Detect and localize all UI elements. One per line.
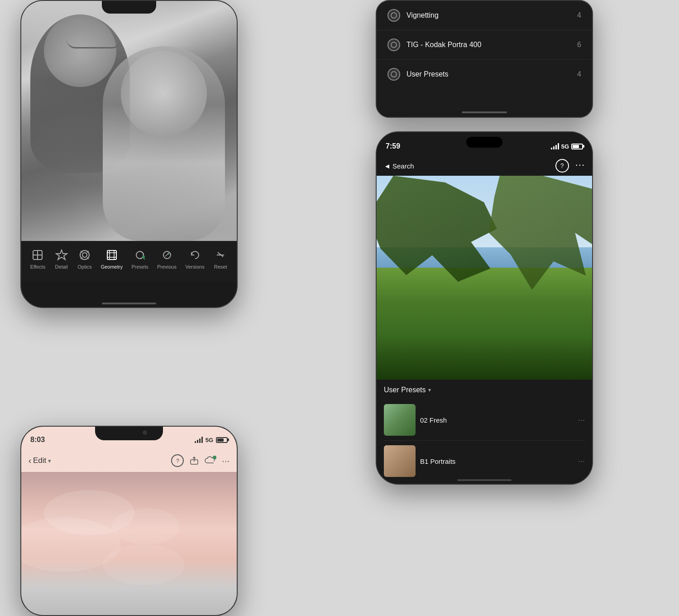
phone-nature-presets: 7:59 5G ◄ Search ? ··· [376, 131, 593, 485]
back-button-3[interactable]: ‹ Edit ▾ [29, 456, 51, 466]
top-bar-actions: ? ··· [171, 454, 230, 467]
presets-header-label: User Presets [384, 386, 426, 394]
optics-label: Optics [78, 264, 92, 270]
back-chevron: ‹ [29, 456, 31, 466]
top-bar-3: ‹ Edit ▾ ? ··· [21, 449, 237, 472]
preset-thumb-img-2 [384, 445, 416, 477]
time-3: 8:03 [30, 436, 45, 444]
versions-label: Versions [185, 264, 204, 270]
home-indicator-4 [457, 479, 512, 481]
svg-line-17 [143, 258, 145, 260]
edit-dropdown-chevron: ▾ [48, 457, 51, 464]
toolbar-optics[interactable]: Optics [77, 248, 92, 270]
cloud-sync-container[interactable] [205, 456, 216, 466]
toolbar-detail[interactable]: Detail [54, 248, 69, 270]
share-button[interactable] [189, 456, 199, 466]
versions-icon [188, 248, 202, 262]
effects-label: Effects [30, 264, 45, 270]
preset-count-user: 4 [577, 70, 581, 78]
signal-bars-4 [551, 143, 559, 149]
toolbar-geometry[interactable]: Geometry [101, 248, 123, 270]
home-indicator-2 [462, 111, 507, 113]
presets-header[interactable]: User Presets ▾ [384, 386, 585, 394]
preset-name-vignetting: Vignetting [406, 11, 577, 19]
help-button-4[interactable]: ? [555, 159, 569, 173]
preset-name-1: 02 Fresh [420, 416, 578, 424]
more-button-3[interactable]: ··· [222, 456, 230, 466]
reset-label: Reset [214, 264, 227, 270]
cloud-4 [103, 544, 184, 585]
svg-marker-3 [56, 250, 67, 260]
preset-more-2[interactable]: ··· [578, 457, 585, 466]
presets-icon [133, 248, 147, 262]
preset-thumb-1 [384, 404, 416, 436]
svg-line-20 [165, 253, 169, 256]
svg-rect-10 [107, 250, 116, 260]
reset-icon [213, 248, 228, 262]
preset-name-2: B1 Portraits [420, 457, 578, 465]
person-right-face [121, 51, 207, 137]
preset-name-tig: TIG - Kodak Portra 400 [406, 41, 577, 49]
detail-icon [54, 248, 69, 262]
svg-point-5 [82, 253, 87, 257]
back-arrow: ◄ Search [384, 162, 414, 170]
notch-3 [95, 427, 163, 440]
bw-photo [21, 1, 237, 241]
bw-photo-area [21, 1, 237, 241]
edit-label: Edit [33, 456, 46, 465]
previous-icon [160, 248, 174, 262]
preset-thumb-2 [384, 445, 416, 477]
preset-count-vignetting: 4 [577, 11, 581, 19]
toolbar-effects[interactable]: Effects [30, 248, 45, 270]
dynamic-island [466, 137, 502, 148]
edit-toolbar: Effects Detail Op [21, 241, 237, 282]
person-right-figure [103, 46, 225, 241]
presets-chevron-icon: ▾ [428, 387, 431, 393]
back-search-button[interactable]: ◄ Search [384, 162, 414, 170]
camera-dot [143, 430, 147, 435]
toolbar-versions[interactable]: Versions [185, 248, 204, 270]
preset-thumb-img-1 [384, 404, 416, 436]
preset-icon-vignetting [387, 9, 400, 22]
presets-list-content: Vignetting 4 TIG - Kodak Portra 400 6 Us… [377, 1, 592, 117]
nature-photo-area [377, 176, 592, 380]
user-presets-section: User Presets ▾ 02 Fresh ··· B1 Portraits… [377, 380, 592, 485]
toolbar-previous[interactable]: Previous [157, 248, 177, 270]
help-button-3[interactable]: ? [171, 454, 184, 467]
nav-bar-4: ◄ Search ? ··· [377, 156, 592, 176]
detail-label: Detail [55, 264, 68, 270]
network-3: 5G [206, 437, 213, 443]
preset-list-item-user[interactable]: User Presets 4 [377, 60, 592, 89]
phone-bw-photo: Effects Detail Op [20, 0, 238, 308]
preset-row-1[interactable]: 02 Fresh ··· [384, 399, 585, 441]
toolbar-reset[interactable]: Reset [213, 248, 228, 270]
previous-label: Previous [157, 264, 177, 270]
clouds-photo-area [21, 472, 237, 616]
nav-actions-4: ? ··· [555, 159, 585, 173]
power-button[interactable] [237, 73, 238, 110]
sunglasses [67, 33, 121, 48]
signal-bars-3 [195, 437, 203, 443]
notch [102, 1, 156, 14]
phone-edit-clouds: 8:03 5G ‹ Edit ▾ ? [20, 426, 238, 616]
preset-count-tig: 6 [577, 41, 581, 49]
nature-vegetation [377, 268, 592, 380]
geometry-icon [105, 248, 119, 262]
phone-presets-list: Vignetting 4 TIG - Kodak Portra 400 6 Us… [376, 0, 593, 118]
preset-icon-tig [387, 38, 400, 51]
preset-list-item-tig[interactable]: TIG - Kodak Portra 400 6 [377, 30, 592, 60]
preset-list-item-vignetting[interactable]: Vignetting 4 [377, 1, 592, 30]
time-4: 7:59 [386, 142, 400, 150]
preset-row-2[interactable]: B1 Portraits ··· [384, 441, 585, 481]
cloud-2 [112, 508, 180, 544]
battery-4 [571, 144, 583, 149]
preset-more-1[interactable]: ··· [578, 415, 585, 425]
preset-icon-user [387, 68, 400, 81]
toolbar-presets[interactable]: Presets [131, 248, 148, 270]
home-indicator [102, 303, 156, 304]
more-button-4[interactable]: ··· [575, 159, 585, 173]
effects-icon [30, 248, 45, 262]
presets-label: Presets [131, 264, 148, 270]
status-bar-4: 7:59 5G [377, 132, 592, 156]
preset-name-user: User Presets [406, 70, 577, 78]
